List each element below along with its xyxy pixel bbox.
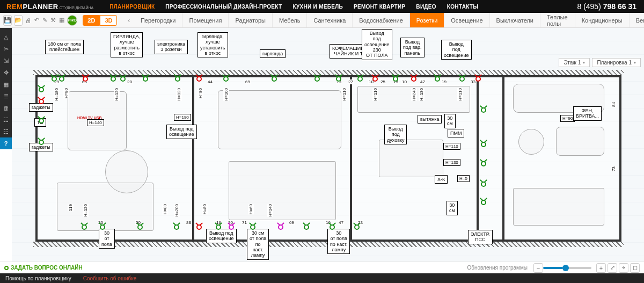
dimension: 88: [186, 220, 192, 225]
brand-sub: СТУДИЯ ДИЗАЙНА: [60, 6, 93, 10]
brand-logo[interactable]: REMPLANNER СТУДИЯ ДИЗАЙНА: [0, 3, 100, 11]
zoom-knob[interactable]: [562, 265, 569, 271]
zoom-in-button[interactable]: +: [596, 263, 606, 273]
socket-icon: [39, 118, 44, 124]
tool1-icon[interactable]: ✎: [42, 15, 48, 26]
plan-tab[interactable]: Розетки: [410, 13, 445, 27]
annotation-label: Х-К: [435, 175, 448, 184]
plan-tab[interactable]: Мебель: [273, 13, 307, 27]
lt-trash-icon[interactable]: 🗑: [0, 102, 12, 114]
socket-icon: [229, 224, 234, 230]
dimension: H=120: [176, 88, 182, 101]
layout-dropdown[interactable]: Планировка 1: [592, 58, 641, 67]
dimension: 69: [245, 79, 251, 84]
topnav-item[interactable]: ПЛАНИРОВЩИК: [109, 4, 155, 10]
dimension: 27: [348, 79, 354, 84]
annotation-label: вытяжка: [418, 115, 442, 124]
socket-icon: [481, 142, 486, 147]
socket-icon: [196, 76, 202, 82]
plan-tab[interactable]: Водоснабжение: [353, 13, 409, 27]
socket-icon: [174, 224, 179, 230]
floor-plan[interactable]: HDMI TV USB 180 см от пола плейстейшенГИ…: [35, 75, 621, 242]
lt-scissors-icon[interactable]: ✂: [0, 43, 12, 55]
annotation-label: 30 от пола по наст. лампу: [327, 229, 350, 254]
zoom-out-button[interactable]: −: [533, 263, 543, 273]
lt-move-icon[interactable]: ✥: [0, 67, 12, 78]
socket-icon: [272, 76, 277, 82]
plan-tab[interactable]: Освещение: [444, 13, 489, 27]
plan-tab[interactable]: Помещения: [182, 13, 229, 27]
socket-icon: [393, 76, 398, 82]
footer-help-link[interactable]: Помощь по планировщику: [5, 275, 71, 281]
plan-tabs: ‹ ПерегородкиПомещенияРадиаторыМебельСан…: [123, 13, 644, 27]
plan-tab[interactable]: Сантехника: [307, 13, 353, 27]
top-bar: REMPLANNER СТУДИЯ ДИЗАЙНА ПЛАНИРОВЩИКПРО…: [0, 0, 644, 13]
plan-tab[interactable]: Выключатели: [490, 13, 540, 27]
pro-badge[interactable]: PRO: [67, 15, 77, 26]
topnav-item[interactable]: ВИДЕО: [416, 4, 436, 10]
tool2-icon[interactable]: ⚒: [50, 15, 56, 26]
lt-ruler-icon[interactable]: ⇲: [0, 55, 12, 67]
updates-link[interactable]: Обновления программы: [467, 265, 528, 271]
floor-dropdown[interactable]: Этаж 1: [559, 58, 590, 67]
dimension: H=80: [197, 88, 203, 98]
socket-icon: [354, 224, 360, 230]
tool3-icon[interactable]: ▦: [58, 15, 65, 26]
socket-icon: [459, 76, 465, 82]
lt-calendar-icon[interactable]: ☷: [0, 114, 12, 126]
topnav-item[interactable]: КОНТАКТЫ: [447, 4, 478, 10]
lt-grid-icon[interactable]: ▦: [0, 78, 12, 90]
view-2d-button[interactable]: 2D: [83, 15, 100, 26]
annotation-label: Вывод под духовку: [384, 125, 407, 144]
lt-calendar2-icon[interactable]: ☷: [0, 126, 12, 137]
save-icon[interactable]: 💾: [3, 15, 12, 26]
annotation-label: Вывод под освещение 230 ОТ ПОЛА: [362, 29, 392, 60]
dimension: H=100: [223, 88, 229, 101]
undo-icon[interactable]: ↶: [34, 15, 40, 26]
ask-online-button[interactable]: ЗАДАТЬ ВОПРОС ОНЛАЙН: [4, 265, 83, 271]
wall-divider: [192, 75, 194, 242]
table: [379, 140, 443, 177]
zoom-1to1-button[interactable]: ◻: [630, 263, 640, 273]
socket-icon: [100, 224, 105, 230]
plan-tab[interactable]: Радиаторы: [229, 13, 273, 27]
annotation-label: H=140: [87, 119, 104, 126]
topnav-item[interactable]: ПРОФЕССИОНАЛЬНЫЙ ДИЗАЙН-ПРОЕКТ: [165, 4, 282, 10]
socket-icon: [357, 76, 363, 82]
footer-error-link[interactable]: Сообщить об ошибке: [83, 275, 136, 281]
socket-icon: [481, 200, 486, 205]
phone-prefix: 8 (495): [577, 2, 603, 11]
open-icon[interactable]: 📂: [14, 15, 23, 26]
annotation-label: гирлянда, лучше установить в откос: [197, 32, 228, 57]
view-3d-button[interactable]: 3D: [100, 15, 117, 26]
socket-icon: [83, 76, 88, 82]
lt-layers-icon[interactable]: ≣: [0, 90, 12, 102]
tabs-scroll-left[interactable]: ‹: [123, 13, 134, 27]
plan-tab[interactable]: Кондиционеры: [575, 13, 630, 27]
socket-icon: [336, 76, 341, 82]
print-icon[interactable]: 🖨: [25, 15, 32, 26]
plan-tab[interactable]: Вентиляция: [630, 13, 644, 27]
dimension: H=240: [411, 88, 417, 101]
brand-planner: PLANNER: [23, 3, 58, 11]
zoom-slider[interactable]: [543, 267, 591, 269]
wall-divider: [502, 75, 504, 242]
zoom-fit-button[interactable]: ⤢: [608, 263, 617, 273]
socket-icon: [223, 76, 229, 82]
annotation-label: электроника 3 розетки: [155, 40, 188, 54]
zoom-center-button[interactable]: ⌖: [619, 263, 628, 273]
dimension: H=130: [419, 88, 425, 101]
bottom-bar: ЗАДАТЬ ВОПРОС ОНЛАЙН Обновления программ…: [0, 262, 644, 273]
plan-tab[interactable]: Перегородки: [134, 13, 183, 27]
topnav-item[interactable]: РЕМОНТ КВАРТИР: [354, 4, 405, 10]
socket-icon: [39, 87, 44, 92]
canvas[interactable]: Этаж 1 Планировка 1 HDMI TV USB 180 см о…: [12, 28, 644, 262]
help-button[interactable]: ?: [0, 137, 12, 149]
socket-icon: [481, 182, 486, 187]
lt-triangle-icon[interactable]: △: [0, 31, 12, 43]
plan-tab[interactable]: Теплые полы: [540, 13, 575, 27]
socket-icon: [481, 107, 486, 113]
dimension: H=140: [267, 204, 273, 217]
topnav-item[interactable]: КУХНИ И МЕБЕЛЬ: [292, 4, 343, 10]
left-toolbar: △ ✂ ⇲ ✥ ▦ ≣ 🗑 ☷ ☷ ?: [0, 28, 12, 149]
